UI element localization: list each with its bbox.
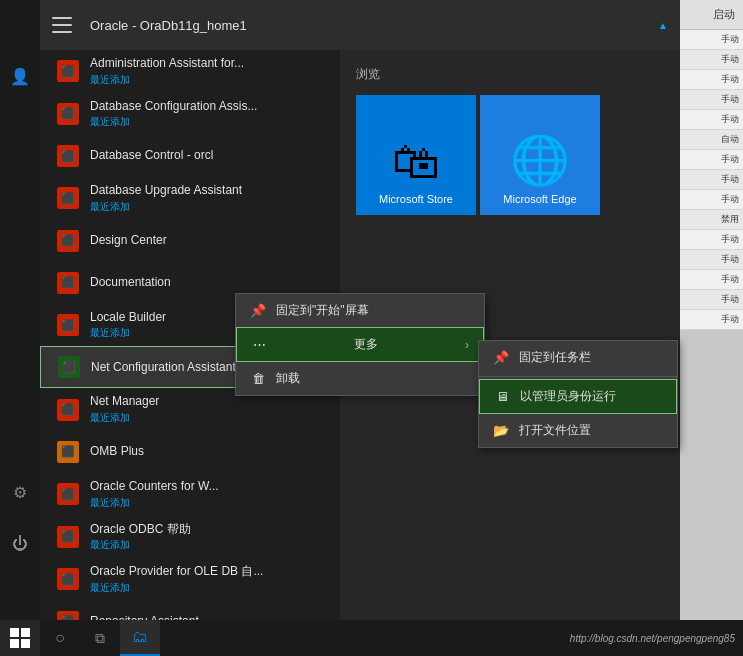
app-icon: ⬛ — [56, 313, 80, 337]
oracle-icon-inner: ⬛ — [61, 488, 75, 501]
tile-label: Microsoft Store — [379, 193, 453, 205]
app-icon: ⬛ — [56, 59, 80, 83]
menu-bar: Oracle - OraDb11g_home1 ▲ — [40, 0, 680, 50]
ctx-icon-pin-start: 📌 — [250, 303, 266, 318]
tm-startup: 手动 — [721, 33, 739, 46]
app-info: Documentation — [90, 275, 328, 291]
app-icon: 🗂 — [132, 628, 148, 646]
ctx2-item-pin-taskbar[interactable]: 📌 固定到任务栏 — [479, 341, 677, 374]
app-icon: ⬛ — [56, 482, 80, 506]
app-info: Administration Assistant for... 最近添加 — [90, 56, 328, 87]
app-icon: ⬛ — [56, 440, 80, 464]
sidebar-user-icon[interactable]: 👤 — [4, 60, 36, 92]
oracle-icon-inner: ⬛ — [61, 319, 75, 332]
ctx-label-pin-start: 固定到"开始"屏幕 — [276, 302, 369, 319]
app-name: OMB Plus — [90, 444, 328, 460]
app-name: Oracle Counters for W... — [90, 479, 328, 495]
tm-startup: 自动 — [721, 133, 739, 146]
tm-startup: 手动 — [721, 293, 739, 306]
taskbar: ○ ⧉ 🗂 http://blog.csdn.net/pengpengpeng8… — [0, 620, 743, 656]
app-name: Administration Assistant for... — [90, 56, 328, 72]
taskbar-url: http://blog.csdn.net/pengpengpeng85 — [160, 633, 743, 644]
tile-icon: 🌐 — [510, 133, 570, 189]
taskbar-task-view-button[interactable]: ⧉ — [80, 620, 120, 656]
tm-startup: 手动 — [721, 53, 739, 66]
app-icon: ⬛ — [56, 186, 80, 210]
hamburger-icon[interactable] — [52, 17, 72, 33]
app-info: Oracle ODBC 帮助 最近添加 — [90, 522, 328, 553]
app-name: Database Upgrade Assistant — [90, 183, 328, 199]
list-item[interactable]: ⬛ Database Configuration Assis... 最近添加 — [40, 93, 340, 136]
oracle-icon-inner: ⬛ — [61, 234, 75, 247]
app-name: Oracle ODBC 帮助 — [90, 522, 328, 538]
app-badge: 最近添加 — [90, 538, 328, 552]
list-item[interactable]: ⬛ Database Control - orcl — [40, 135, 340, 177]
app-info: Oracle Provider for OLE DB 自... 最近添加 — [90, 564, 328, 595]
context-menu-secondary: 📌 固定到任务栏 🖥 以管理员身份运行 📂 打开文件位置 — [478, 340, 678, 448]
tm-startup: 手动 — [721, 93, 739, 106]
ctx-item-more[interactable]: ⋯ 更多 › — [236, 327, 484, 362]
group-title: Oracle - OraDb11g_home1 — [90, 18, 247, 33]
taskbar-search-button[interactable]: ○ — [40, 620, 80, 656]
app-name: Net Manager — [90, 394, 328, 410]
tm-startup: 手动 — [721, 233, 739, 246]
list-item[interactable]: ⬛ Repository Assistant — [40, 601, 340, 620]
app-badge: 最近添加 — [90, 73, 328, 87]
taskbar-app-icon[interactable]: 🗂 — [120, 620, 160, 656]
app-info: Database Configuration Assis... 最近添加 — [90, 99, 328, 130]
list-item[interactable]: ⬛ OMB Plus — [40, 431, 340, 473]
tm-startup: 禁用 — [721, 213, 739, 226]
list-item[interactable]: ⬛ Oracle ODBC 帮助 最近添加 — [40, 516, 340, 559]
windows-logo-icon — [10, 628, 30, 648]
list-item[interactable]: ⬛ Oracle Provider for OLE DB 自... 最近添加 — [40, 558, 340, 601]
list-item[interactable]: ⬛ Administration Assistant for... 最近添加 — [40, 50, 340, 93]
ctx-label-uninstall: 卸载 — [276, 370, 300, 387]
app-name: Database Control - orcl — [90, 148, 328, 164]
app-info: Oracle Counters for W... 最近添加 — [90, 479, 328, 510]
tm-col2: 启动 — [713, 7, 735, 22]
sidebar-power-icon[interactable]: ⏻ — [4, 528, 36, 560]
taskbar-start-button[interactable] — [0, 620, 40, 656]
list-item[interactable]: ⬛ Database Upgrade Assistant 最近添加 — [40, 177, 340, 220]
app-badge: 最近添加 — [90, 411, 328, 425]
app-info: Database Control - orcl — [90, 148, 328, 164]
ctx2-item-open-location[interactable]: 📂 打开文件位置 — [479, 414, 677, 447]
left-sidebar: 👤 ⚙ ⏻ — [0, 0, 40, 620]
app-icon: ⬛ — [57, 355, 81, 379]
tm-startup: 手动 — [721, 73, 739, 86]
tile-label: Microsoft Edge — [503, 193, 576, 205]
ctx-item-pin-start[interactable]: 📌 固定到"开始"屏幕 — [236, 294, 484, 327]
tile-ms-edge[interactable]: 🌐 Microsoft Edge — [480, 95, 600, 215]
app-icon: ⬛ — [56, 102, 80, 126]
app-icon: ⬛ — [56, 144, 80, 168]
app-name: Oracle Provider for OLE DB 自... — [90, 564, 328, 580]
tm-startup: 手动 — [721, 173, 739, 186]
oracle-icon-inner: ⬛ — [61, 150, 75, 163]
chevron-up-icon[interactable]: ▲ — [658, 20, 668, 31]
app-info: Design Center — [90, 233, 328, 249]
app-badge: 最近添加 — [90, 115, 328, 129]
tm-startup: 手动 — [721, 253, 739, 266]
ctx2-icon-pin-taskbar: 📌 — [493, 350, 509, 365]
tile-ms-store[interactable]: 🛍 Microsoft Store — [356, 95, 476, 215]
sidebar-settings-icon[interactable]: ⚙ — [4, 476, 36, 508]
tiles-section-label: 浏览 — [356, 66, 664, 83]
ctx2-item-run-admin[interactable]: 🖥 以管理员身份运行 — [479, 379, 677, 414]
tm-startup: 手动 — [721, 273, 739, 286]
oracle-icon-inner: ⬛ — [62, 361, 76, 374]
task-view-icon: ⧉ — [95, 630, 105, 647]
list-item[interactable]: ⬛ Oracle Counters for W... 最近添加 — [40, 473, 340, 516]
ctx-item-uninstall[interactable]: 🗑 卸载 — [236, 362, 484, 395]
ctx-label-more: 更多 — [354, 336, 378, 353]
ctx2-label-pin-taskbar: 固定到任务栏 — [519, 349, 591, 366]
oracle-icon-inner: ⬛ — [61, 107, 75, 120]
list-item[interactable]: ⬛ Design Center — [40, 220, 340, 262]
ctx2-icon-open-location: 📂 — [493, 423, 509, 438]
app-icon: ⬛ — [56, 398, 80, 422]
app-icon: ⬛ — [56, 567, 80, 591]
oracle-icon-inner: ⬛ — [61, 573, 75, 586]
app-info: OMB Plus — [90, 444, 328, 460]
ctx-arrow-icon: › — [465, 338, 469, 352]
tm-startup: 手动 — [721, 113, 739, 126]
app-name: Database Configuration Assis... — [90, 99, 328, 115]
